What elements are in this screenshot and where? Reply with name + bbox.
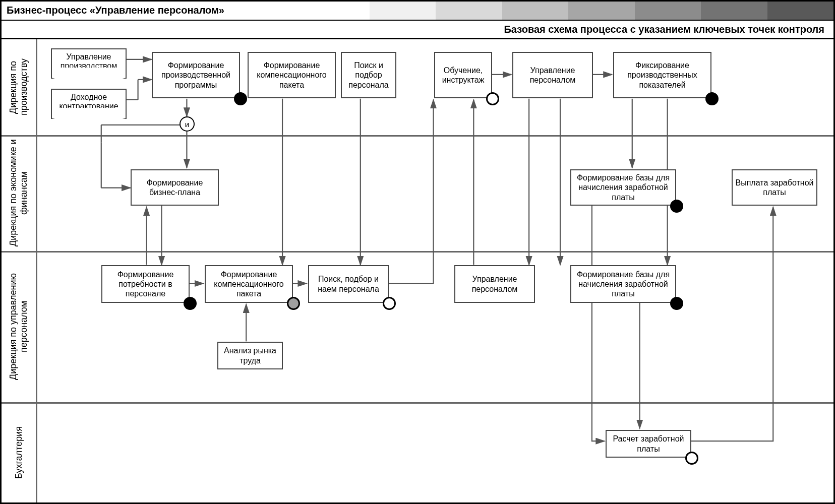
swimlane-grid: Дирекция по производству Дирекция по эко… bbox=[2, 39, 833, 502]
lane-title-economics: Дирекция по экономике и финансам bbox=[8, 135, 29, 251]
node-fix-indicators: Фиксирование производственных показателе… bbox=[613, 52, 711, 98]
lane-title-hr: Дирекция по управлению персоналом bbox=[8, 251, 29, 402]
node-hr-mgmt-top: Управление персоналом bbox=[512, 52, 593, 98]
sub-header: Базовая схема процесса с указанием ключе… bbox=[2, 21, 833, 39]
diagram-stage: Управление производством Доходное контра… bbox=[36, 39, 833, 502]
control-dot-black bbox=[670, 297, 683, 310]
node-search-hire: Поиск, подбор и наем персонала bbox=[308, 265, 389, 303]
offpage-contracting: Доходное контрактование bbox=[51, 89, 127, 109]
swatch-strip bbox=[370, 2, 834, 20]
node-training: Обучение, инструктаж bbox=[434, 52, 492, 98]
lane-title-production: Дирекция по производству bbox=[8, 39, 29, 135]
node-comp-package-hr: Формирование компенсационного пакета bbox=[205, 265, 293, 303]
offpage-production-mgmt: Управление производством bbox=[51, 48, 127, 69]
control-dot-white bbox=[383, 297, 396, 310]
node-payroll-payment: Выплата заработной платы bbox=[732, 169, 817, 206]
node-payroll-base-hr: Формирование базы для начисления заработ… bbox=[570, 265, 676, 303]
node-labor-market: Анализ рынка труда bbox=[217, 342, 283, 369]
swatch bbox=[370, 2, 436, 20]
node-comp-package-top: Формирование компенсационного пакета bbox=[248, 52, 336, 98]
node-search-select-top: Поиск и подбор персонала bbox=[341, 52, 396, 98]
node-staffing-need: Формирование потребности в персонале bbox=[101, 265, 190, 303]
diagram-frame: Бизнес-процесс «Управление персоналом» Б… bbox=[0, 0, 835, 504]
control-dot-black bbox=[184, 297, 197, 310]
swatch bbox=[635, 2, 701, 20]
node-payroll-base-econ: Формирование базы для начисления заработ… bbox=[570, 169, 676, 206]
swatch bbox=[568, 2, 635, 20]
control-dot-white bbox=[486, 92, 499, 105]
page-title: Бизнес-процесс «Управление персоналом» bbox=[2, 2, 370, 20]
node-payroll-calc: Расчет заработной платы bbox=[606, 430, 691, 458]
control-dot-black bbox=[670, 200, 683, 213]
control-dot-black bbox=[234, 92, 247, 105]
control-dot-gray bbox=[287, 297, 300, 310]
header: Бизнес-процесс «Управление персоналом» bbox=[2, 2, 833, 21]
swatch bbox=[767, 2, 834, 20]
node-hr-mgmt-hr: Управление персоналом bbox=[454, 265, 535, 303]
control-dot-white bbox=[685, 452, 698, 465]
lane-headers: Дирекция по производству Дирекция по эко… bbox=[2, 39, 37, 502]
node-prod-program: Формирование производственной программы bbox=[152, 52, 240, 98]
lane-title-accounting: Бухгалтерия bbox=[14, 426, 24, 479]
control-dot-black bbox=[705, 92, 719, 105]
gateway-and: и bbox=[180, 116, 195, 132]
swatch bbox=[436, 2, 502, 20]
node-business-plan: Формирование бизнес-плана bbox=[131, 169, 219, 206]
swatch bbox=[502, 2, 569, 20]
swatch bbox=[701, 2, 767, 20]
